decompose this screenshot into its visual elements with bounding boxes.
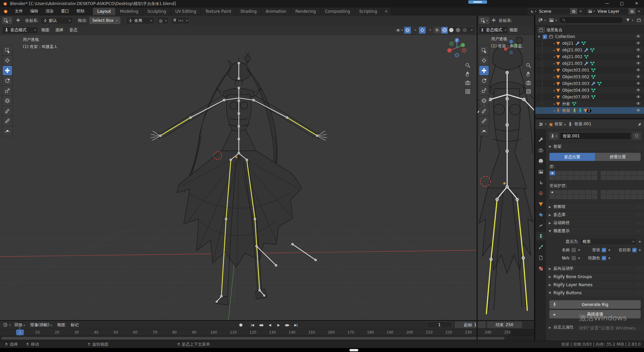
layer-cell[interactable] <box>561 176 567 180</box>
viewport-canvas[interactable]: 用户透视 (1) 骨架 : IK膝盖.L Z <box>0 35 477 320</box>
properties-tab-object[interactable] <box>536 200 545 208</box>
editor-type-dropdown[interactable]: ▾ <box>538 121 547 127</box>
tool-measure[interactable] <box>479 116 489 126</box>
menu-keying[interactable]: 抠像(插帧)▾ <box>28 321 54 329</box>
menu-编辑[interactable]: 编辑 <box>26 7 42 15</box>
layer-cell[interactable] <box>592 195 597 199</box>
workspace-tab-Rendering[interactable]: Rendering <box>291 8 320 15</box>
layer-cell[interactable] <box>592 171 597 175</box>
timeline-scrollbar[interactable] <box>0 336 534 341</box>
panel-rigify-buttons[interactable]: ▼Rigify Buttons:::: <box>546 289 644 297</box>
outliner-row-外套[interactable]: ▸外套 <box>535 100 644 107</box>
viewport-secondary[interactable]: ▾ 坐标系: 姿态模式▾ 视图 <box>478 15 534 320</box>
view-layer-name[interactable]: View Layer <box>596 9 628 14</box>
close-button[interactable]: ✕ <box>629 0 644 7</box>
layer-cell[interactable] <box>580 176 585 180</box>
scene-name[interactable]: Scene <box>538 9 570 14</box>
tool-curvepen[interactable] <box>3 126 12 136</box>
layer-cell[interactable] <box>607 176 612 180</box>
layer-cell[interactable] <box>555 195 561 199</box>
pan-hand-icon[interactable] <box>526 71 531 77</box>
workspace-tab-Scripting[interactable]: Scripting <box>355 8 382 15</box>
layer-cell[interactable] <box>574 190 579 194</box>
menu-view[interactable]: 视图 <box>54 321 68 329</box>
workspace-tab-+[interactable]: + <box>382 8 391 15</box>
editor-divider[interactable] <box>535 118 644 119</box>
scene-selector[interactable]: ▾ Scene ⧉ ✕ <box>528 8 584 14</box>
outliner-row-Object03.001[interactable]: ▸Object03.001 <box>535 67 644 74</box>
menu-窗口[interactable]: 窗口 <box>57 7 73 15</box>
zoom-icon[interactable] <box>465 62 471 68</box>
blender-menu-icon[interactable] <box>3 9 8 14</box>
layer-cell[interactable] <box>625 190 631 194</box>
transport-jump-start[interactable]: |◀ <box>248 321 256 328</box>
workspace-tab-Compositing[interactable]: Compositing <box>321 8 355 15</box>
layer-cell[interactable] <box>607 195 612 199</box>
advanced-options-button[interactable]: 🔒︎ 高级选项 <box>549 310 641 318</box>
view-layer-icon[interactable]: ▾ <box>587 9 596 13</box>
editor-type-dropdown[interactable]: ▾ <box>2 322 12 328</box>
scene-copy-button[interactable]: ⧉ <box>570 8 577 14</box>
layer-cell[interactable] <box>592 176 597 180</box>
camera-view-icon[interactable] <box>526 80 531 86</box>
check-组颜色[interactable]: 组颜色✓ <box>580 255 610 261</box>
menu-pose[interactable]: 姿态 <box>66 26 80 34</box>
properties-tab-output[interactable] <box>536 157 545 165</box>
layer-cell[interactable] <box>619 171 625 175</box>
armature-layers-grid[interactable] <box>549 171 641 180</box>
layer-cell[interactable] <box>555 190 561 194</box>
layer-cell[interactable] <box>568 176 573 180</box>
mode-dropdown[interactable]: 姿态模式▾ <box>2 27 38 34</box>
layer-cell[interactable] <box>637 195 643 199</box>
transport-next-key[interactable]: ◆▶ <box>283 321 291 328</box>
timeline-ruler[interactable]: 1102030405060708090100110120130140150160… <box>0 329 534 336</box>
editor-divider[interactable] <box>534 15 535 341</box>
view-layer-copy-button[interactable]: ⧉ <box>628 8 636 14</box>
layer-cell[interactable] <box>619 190 625 194</box>
editor-type-dropdown[interactable]: ▾ <box>537 17 547 23</box>
transport-play[interactable]: ▶ <box>274 321 282 328</box>
properties-tab-object-data[interactable] <box>536 232 545 240</box>
panel-反向运动学[interactable]: ▶反向运动学:::: <box>546 264 644 272</box>
menu-select[interactable]: 选择 <box>52 26 66 34</box>
gizmos-dropdown[interactable]: ▾ <box>412 27 418 34</box>
frame-end-field[interactable]: 结束250 <box>487 321 522 328</box>
viewport2-canvas[interactable]: 用户透视 (1) 骨架 : IK膝盖. <box>478 35 534 320</box>
fake-user-shield-button[interactable] <box>632 132 641 140</box>
filter-dropdown[interactable]: ▾ <box>625 17 634 23</box>
layer-cell[interactable] <box>625 195 631 199</box>
layer-cell[interactable] <box>619 195 625 199</box>
panel-viewport-display[interactable]: ▼视图显示:::: <box>546 227 644 235</box>
tool-annotate[interactable] <box>479 106 489 116</box>
layer-cell[interactable] <box>631 190 637 194</box>
workspace-tab-Texture Paint[interactable]: Texture Paint <box>201 8 236 15</box>
layer-cell[interactable] <box>601 171 606 175</box>
tool-transform[interactable] <box>479 96 489 105</box>
minimize-button[interactable]: — <box>600 0 614 7</box>
snap-dropdown[interactable]: ⊦⊦⊦▾ <box>171 17 190 24</box>
check-在前面[interactable]: 在前面✓ <box>610 247 641 253</box>
layer-cell[interactable] <box>625 171 631 175</box>
tool-measure[interactable] <box>3 116 12 126</box>
layer-cell[interactable] <box>549 195 555 199</box>
display-as-dropdown[interactable]: 棍形▾ <box>580 238 637 245</box>
menu-marker[interactable]: 标记 <box>68 321 81 329</box>
drag-mode-dropdown[interactable]: Select Box▾ <box>89 17 120 24</box>
tool-selectbox[interactable] <box>3 46 12 55</box>
scene-unlink-button[interactable]: ✕ <box>577 9 584 14</box>
pivot-dropdown[interactable]: 全局▾ <box>126 17 154 24</box>
workspace-tab-Animation[interactable]: Animation <box>261 8 291 15</box>
tool-scale[interactable] <box>479 86 489 95</box>
tool-move[interactable] <box>479 66 489 75</box>
panel-custom-properties[interactable]: ▶自定义属性:::: <box>546 323 644 331</box>
layer-cell[interactable] <box>549 176 555 180</box>
xray-toggle[interactable]: ⧉ <box>434 27 440 34</box>
layer-cell[interactable] <box>631 195 637 199</box>
tool-transform[interactable] <box>3 96 12 105</box>
layer-cell[interactable] <box>586 171 591 175</box>
layer-cell[interactable] <box>568 195 573 199</box>
pan-hand-icon[interactable] <box>465 71 471 77</box>
transport-jump-end[interactable]: ▶| <box>292 321 300 328</box>
layer-cell[interactable] <box>637 190 643 194</box>
outliner-row-obj21[interactable]: ▸obj21 <box>535 40 644 47</box>
